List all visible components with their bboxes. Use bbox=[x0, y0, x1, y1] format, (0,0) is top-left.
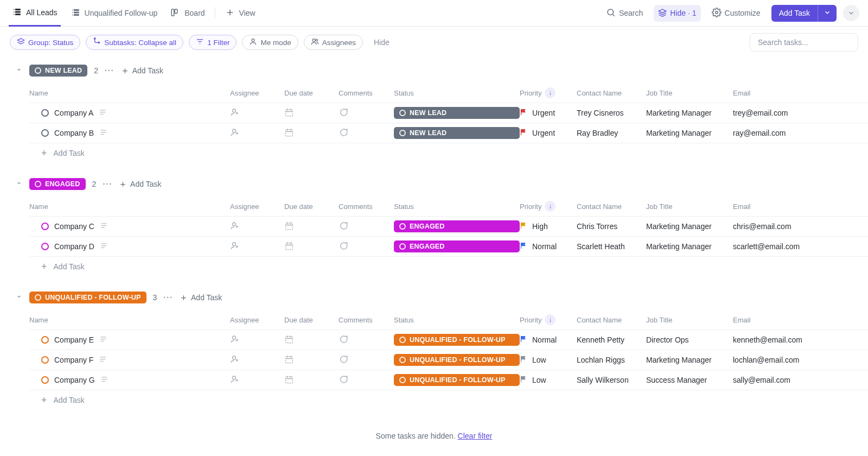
priority-cell[interactable]: Urgent bbox=[520, 128, 577, 138]
hide-link[interactable]: Hide bbox=[368, 36, 395, 49]
col-due[interactable]: Due date bbox=[284, 89, 339, 97]
contact-cell[interactable]: Lochlan Riggs bbox=[577, 356, 646, 364]
col-status[interactable]: Status bbox=[394, 202, 520, 211]
chevron-down-icon[interactable] bbox=[15, 293, 23, 302]
group-status-pill[interactable]: UNQUALIFIED - FOLLOW-UP bbox=[29, 292, 146, 303]
col-name[interactable]: Name bbox=[29, 316, 230, 324]
col-status[interactable]: Status bbox=[394, 89, 520, 97]
due-date-cell[interactable] bbox=[284, 128, 339, 139]
add-task-row[interactable]: + Add Task bbox=[29, 390, 868, 410]
job-cell[interactable]: Success Manager bbox=[646, 376, 733, 384]
col-contact[interactable]: Contact Name bbox=[577, 316, 646, 324]
group-status-pill[interactable]: NEW LEAD bbox=[29, 65, 87, 77]
add-view-button[interactable]: View bbox=[222, 0, 259, 27]
table-row[interactable]: Company A NEW LEAD Urgent Trey Cisneros … bbox=[29, 103, 868, 123]
task-name[interactable]: Company D bbox=[54, 242, 94, 251]
contact-cell[interactable]: Kenneth Petty bbox=[577, 335, 646, 344]
more-icon[interactable]: ··· bbox=[163, 293, 173, 302]
hide-button[interactable]: Hide · 1 bbox=[654, 5, 700, 22]
comments-cell[interactable] bbox=[339, 107, 394, 119]
due-date-cell[interactable] bbox=[284, 241, 339, 252]
status-cell[interactable]: ENGAGED bbox=[394, 220, 520, 232]
status-cell[interactable]: NEW LEAD bbox=[394, 127, 520, 139]
view-tab-unqualified[interactable]: Unqualified Follow-up bbox=[67, 0, 161, 27]
table-row[interactable]: Company G UNQUALIFIED - FOLLOW-UP Low Sa… bbox=[29, 370, 868, 390]
task-name[interactable]: Company C bbox=[54, 222, 94, 231]
description-icon[interactable] bbox=[100, 221, 108, 231]
status-ring-icon[interactable] bbox=[41, 376, 49, 384]
email-cell[interactable]: chris@email.com bbox=[733, 222, 841, 231]
description-icon[interactable] bbox=[99, 355, 107, 365]
col-email[interactable]: Email bbox=[733, 202, 841, 211]
table-row[interactable]: Company C ENGAGED High Chris Torres Mark… bbox=[29, 217, 868, 237]
comments-cell[interactable] bbox=[339, 221, 394, 232]
contact-cell[interactable]: Trey Cisneros bbox=[577, 109, 646, 117]
add-task-button[interactable]: Add Task bbox=[771, 5, 837, 22]
description-icon[interactable] bbox=[99, 128, 107, 138]
assignee-cell[interactable] bbox=[230, 334, 284, 346]
col-contact[interactable]: Contact Name bbox=[577, 202, 646, 211]
email-cell[interactable]: sally@email.com bbox=[733, 376, 841, 384]
assignee-cell[interactable] bbox=[230, 128, 284, 139]
priority-cell[interactable]: Low bbox=[520, 355, 577, 365]
table-row[interactable]: Company F UNQUALIFIED - FOLLOW-UP Low Lo… bbox=[29, 350, 868, 370]
job-cell[interactable]: Marketing Manager bbox=[646, 129, 733, 137]
task-name[interactable]: Company F bbox=[54, 356, 93, 364]
priority-cell[interactable]: Urgent bbox=[520, 108, 577, 118]
description-icon[interactable] bbox=[99, 108, 107, 118]
col-comments[interactable]: Comments bbox=[339, 202, 394, 211]
description-icon[interactable] bbox=[100, 242, 108, 251]
customize-button[interactable]: Customize bbox=[707, 4, 765, 22]
priority-cell[interactable]: Normal bbox=[520, 335, 577, 345]
search-button[interactable]: Search bbox=[602, 4, 647, 22]
comments-cell[interactable] bbox=[339, 334, 394, 346]
status-cell[interactable]: ENGAGED bbox=[394, 240, 520, 252]
task-name[interactable]: Company E bbox=[54, 335, 94, 344]
status-ring-icon[interactable] bbox=[41, 223, 49, 230]
add-task-row[interactable]: + Add Task bbox=[29, 257, 868, 276]
assignee-cell[interactable] bbox=[230, 107, 284, 119]
col-status[interactable]: Status bbox=[394, 316, 520, 324]
task-name[interactable]: Company B bbox=[54, 129, 94, 137]
comments-cell[interactable] bbox=[339, 354, 394, 366]
table-row[interactable]: Company B NEW LEAD Urgent Ray Bradley Ma… bbox=[29, 123, 868, 143]
job-cell[interactable]: Marketing Manager bbox=[646, 356, 733, 364]
me-mode-pill[interactable]: Me mode bbox=[242, 35, 298, 50]
group-pill[interactable]: Group: Status bbox=[10, 35, 80, 50]
search-input[interactable] bbox=[750, 33, 858, 52]
assignee-cell[interactable] bbox=[230, 354, 284, 366]
subtasks-pill[interactable]: Subtasks: Collapse all bbox=[86, 35, 183, 50]
col-assignee[interactable]: Assignee bbox=[230, 316, 284, 324]
assignee-cell[interactable] bbox=[230, 375, 284, 386]
col-due[interactable]: Due date bbox=[284, 316, 339, 324]
email-cell[interactable]: scarlett@email.com bbox=[733, 242, 841, 251]
due-date-cell[interactable] bbox=[284, 354, 339, 366]
clear-filter-link[interactable]: Clear filter bbox=[458, 432, 493, 440]
col-job[interactable]: Job Title bbox=[646, 316, 733, 324]
due-date-cell[interactable] bbox=[284, 334, 339, 346]
add-task-link[interactable]: Add Task bbox=[119, 180, 161, 188]
status-cell[interactable]: UNQUALIFIED - FOLLOW-UP bbox=[394, 334, 520, 346]
chevron-down-icon[interactable] bbox=[15, 66, 23, 75]
task-name[interactable]: Company G bbox=[54, 376, 95, 384]
sort-desc-icon[interactable]: ↓ bbox=[545, 314, 556, 325]
description-icon[interactable] bbox=[99, 335, 107, 345]
add-task-row[interactable]: + Add Task bbox=[29, 143, 868, 163]
more-icon[interactable]: ··· bbox=[103, 180, 112, 188]
table-row[interactable]: Company D ENGAGED Normal Scarlett Heath … bbox=[29, 237, 868, 257]
job-cell[interactable]: Marketing Manager bbox=[646, 222, 733, 231]
contact-cell[interactable]: Sally Wilkerson bbox=[577, 376, 646, 384]
col-email[interactable]: Email bbox=[733, 316, 841, 324]
col-contact[interactable]: Contact Name bbox=[577, 89, 646, 97]
view-tab-board[interactable]: Board bbox=[167, 0, 208, 27]
assignee-cell[interactable] bbox=[230, 241, 284, 252]
col-email[interactable]: Email bbox=[733, 89, 841, 97]
more-icon[interactable]: ··· bbox=[105, 66, 114, 75]
col-due[interactable]: Due date bbox=[284, 202, 339, 211]
assignee-cell[interactable] bbox=[230, 221, 284, 232]
email-cell[interactable]: lochlan@email.com bbox=[733, 356, 841, 364]
job-cell[interactable]: Marketing Manager bbox=[646, 242, 733, 251]
filter-pill[interactable]: 1 Filter bbox=[189, 35, 237, 50]
col-assignee[interactable]: Assignee bbox=[230, 202, 284, 211]
col-name[interactable]: Name bbox=[29, 89, 230, 97]
